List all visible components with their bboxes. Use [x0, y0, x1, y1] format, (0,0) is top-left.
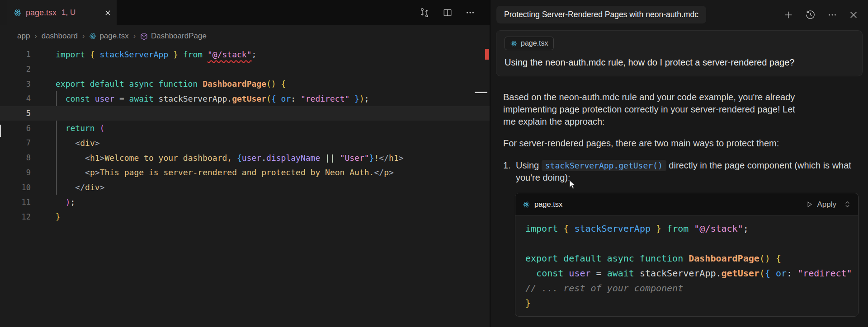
line-number: 4 [0, 94, 31, 103]
code-line[interactable]: // ... rest of your component [525, 281, 858, 296]
tab-page-tsx[interactable]: page.tsx 1, U [7, 0, 117, 25]
code-line[interactable]: 10 </div> [0, 180, 490, 195]
line-number: 11 [0, 197, 31, 206]
line-number: 2 [0, 65, 31, 74]
assistant-response: Based on the neon-auth.mdc rule and your… [491, 76, 868, 317]
user-message: Using the neon-auth.mdc rule, how do I p… [505, 57, 854, 68]
overview-ruler-error-mark [485, 49, 489, 60]
react-icon [14, 9, 22, 17]
breadcrumb-separator: › [133, 32, 136, 40]
more-options-icon[interactable] [827, 10, 837, 20]
react-icon [89, 33, 96, 40]
code-line[interactable]: export default async function DashboardP… [525, 251, 858, 266]
code-editor[interactable]: 1import { stackServerApp } from "@/stack… [0, 47, 490, 224]
breadcrumb-dashboard[interactable]: dashboard [42, 32, 78, 41]
code-line[interactable]: 7 <div> [0, 135, 490, 150]
more-actions-icon[interactable] [465, 8, 475, 18]
list-number: 1. [503, 159, 516, 184]
react-icon [510, 40, 517, 47]
line-number: 3 [0, 79, 31, 89]
breadcrumb-app[interactable]: app [17, 32, 30, 41]
code-line[interactable]: 8 <h1>Welcome to your dashboard, {user.d… [0, 150, 490, 165]
code-line[interactable]: 2 [0, 62, 490, 77]
code-line[interactable]: 11 ); [0, 195, 490, 210]
code-block-header: page.tsx Apply [515, 193, 858, 216]
code-line[interactable]: const user = await stackServerApp.getUse… [525, 266, 858, 281]
close-panel-icon[interactable] [849, 10, 858, 19]
line-number: 5 [0, 109, 31, 118]
list-item-1: 1. Using stackServerApp.getUser() direct… [503, 159, 854, 184]
list-item-text: Using stackServerApp.getUser() directly … [516, 159, 854, 184]
breadcrumb-separator: › [34, 32, 37, 40]
breadcrumb-file[interactable]: page.tsx [89, 32, 128, 41]
overview-ruler-cursor-mark [475, 92, 487, 93]
line-number: 8 [0, 153, 31, 162]
inline-code[interactable]: stackServerApp.getUser() [542, 160, 666, 171]
code-block-body[interactable]: import { stackServerApp } from "@/stack"… [515, 216, 858, 316]
assistant-paragraph: Based on the neon-auth.mdc rule and your… [503, 91, 802, 128]
code-line[interactable]: 9 <p>This page is server-rendered and pr… [0, 165, 490, 180]
code-line[interactable]: 12} [0, 210, 490, 224]
code-line[interactable]: 4 const user = await stackServerApp.getU… [0, 91, 490, 106]
line-number: 6 [0, 124, 31, 133]
app-window: page.tsx 1, U [0, 0, 868, 327]
code-line[interactable]: 1import { stackServerApp } from "@/stack… [0, 47, 490, 62]
symbol-cube-icon [140, 33, 148, 40]
code-line[interactable]: } [525, 296, 858, 311]
chip-label: page.tsx [521, 39, 548, 47]
close-tab-icon[interactable] [104, 9, 111, 16]
chat-title[interactable]: Protecting Server-Rendered Pages with ne… [496, 6, 706, 23]
mouse-pointer-icon [568, 180, 577, 190]
left-edge-marker [0, 125, 1, 137]
breadcrumb-symbol[interactable]: DashboardPage [140, 32, 207, 41]
line-number: 7 [0, 138, 31, 147]
breadcrumb: app › dashboard › page.tsx › Dashboar [0, 25, 490, 47]
code-line[interactable]: 3export default async function Dashboard… [0, 76, 490, 91]
code-line[interactable]: import { stackServerApp } from "@/stack"… [525, 221, 858, 236]
react-icon [523, 201, 530, 208]
code-block-filename: page.tsx [534, 198, 562, 210]
chat-header-icons [783, 9, 858, 20]
assistant-paragraph: For server-rendered pages, there are two… [503, 137, 861, 149]
breadcrumb-separator: › [82, 32, 85, 40]
suggested-code-block: page.tsx Apply import { stackServerApp }… [515, 193, 859, 317]
context-chip-page-tsx[interactable]: page.tsx [505, 37, 554, 50]
new-chat-icon[interactable] [783, 10, 793, 20]
line-number: 9 [0, 168, 31, 177]
play-icon [806, 201, 813, 208]
line-number: 1 [0, 50, 31, 59]
apply-button[interactable]: Apply [806, 198, 851, 210]
tab-label: page.tsx [26, 8, 57, 18]
tab-bar: page.tsx 1, U [0, 0, 490, 25]
code-line[interactable] [525, 236, 858, 251]
split-editor-icon[interactable] [443, 8, 453, 18]
line-number: 10 [0, 183, 31, 192]
tab-bar-left-strip [0, 0, 7, 25]
code-line[interactable]: 6 return ( [0, 121, 490, 135]
user-message-card: page.tsx Using the neon-auth.mdc rule, h… [496, 30, 863, 76]
editor-pane: page.tsx 1, U [0, 0, 490, 327]
expand-chevrons-icon[interactable] [844, 201, 851, 208]
code-line[interactable]: 5 [0, 106, 490, 121]
editor-toolbar [419, 0, 490, 25]
history-icon[interactable] [805, 9, 816, 20]
chat-header: Protecting Server-Rendered Pages with ne… [491, 0, 868, 28]
tab-problems-badge: 1, U [61, 8, 75, 17]
chat-panel: Protecting Server-Rendered Pages with ne… [491, 0, 868, 327]
line-number: 12 [0, 212, 31, 221]
open-changes-icon[interactable] [419, 7, 430, 18]
